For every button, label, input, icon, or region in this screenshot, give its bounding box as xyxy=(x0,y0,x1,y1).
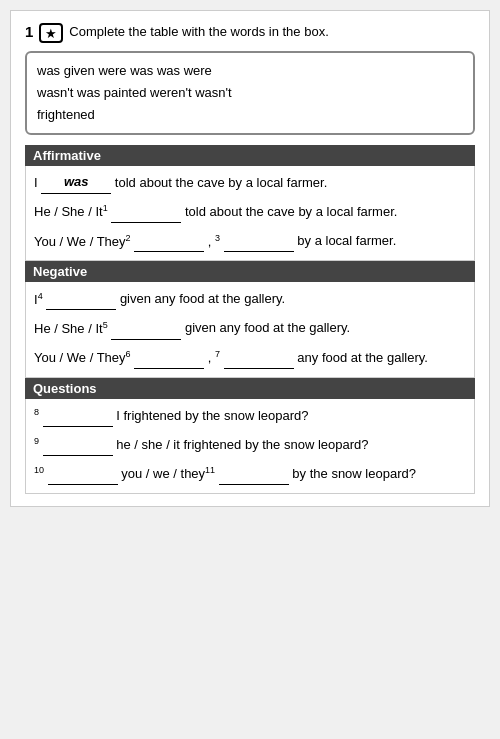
text: You / We / They6 xyxy=(34,350,131,365)
text: given any food at the gallery. xyxy=(120,292,285,307)
blank-11 xyxy=(219,463,289,485)
blank-9 xyxy=(43,434,113,456)
questions-section: Questions 8 I frightened by the snow leo… xyxy=(25,378,475,494)
text: told about the cave by a local farmer. xyxy=(115,175,327,190)
aff-row-2: He / She / It1 told about the cave by a … xyxy=(34,201,466,223)
text: by the snow leopard? xyxy=(292,466,416,481)
text: He / She / It5 xyxy=(34,321,108,336)
blank-5 xyxy=(111,318,181,340)
sup-8: 8 xyxy=(34,407,39,417)
affirmative-body: I was told about the cave by a local far… xyxy=(25,166,475,261)
blank-3 xyxy=(224,231,294,253)
negative-header: Negative xyxy=(25,261,475,282)
negative-body: I4 given any food at the gallery. He / S… xyxy=(25,282,475,377)
text: you / we / they11 xyxy=(121,466,215,481)
q-row-2: 9 he / she / it frightened by the snow l… xyxy=(34,434,466,456)
word-box: was given were was was were wasn't was p… xyxy=(25,51,475,135)
blank-was: was xyxy=(41,172,111,194)
aff-row-3: You / We / They2 , 3 by a local farmer. xyxy=(34,230,466,252)
text: I xyxy=(34,175,41,190)
text: he / she / it frightened by the snow leo… xyxy=(116,437,368,452)
blank-6 xyxy=(134,347,204,369)
text: I frightened by the snow leopard? xyxy=(116,408,308,423)
text: given any food at the gallery. xyxy=(185,321,350,336)
blank-7 xyxy=(224,347,294,369)
text: You / We / They2 xyxy=(34,234,131,249)
text: told about the cave by a local farmer. xyxy=(185,204,397,219)
aff-row-1: I was told about the cave by a local far… xyxy=(34,172,466,194)
text: , 3 xyxy=(208,234,220,249)
word-box-content: was given were was was were wasn't was p… xyxy=(37,63,232,122)
text: I4 xyxy=(34,292,43,307)
question-instruction: Complete the table with the words in the… xyxy=(69,23,328,41)
q-row-1: 8 I frightened by the snow leopard? xyxy=(34,405,466,427)
text: He / She / It1 xyxy=(34,204,108,219)
text: by a local farmer. xyxy=(297,234,396,249)
text: , 7 xyxy=(208,350,220,365)
question-header: 1 ★ Complete the table with the words in… xyxy=(25,23,475,43)
blank-1 xyxy=(111,201,181,223)
questions-body: 8 I frightened by the snow leopard? 9 he… xyxy=(25,399,475,494)
blank-4 xyxy=(46,289,116,311)
questions-header: Questions xyxy=(25,378,475,399)
affirmative-section: Affirmative I was told about the cave by… xyxy=(25,145,475,261)
neg-row-3: You / We / They6 , 7 any food at the gal… xyxy=(34,347,466,369)
q-row-3: 10 you / we / they11 by the snow leopard… xyxy=(34,463,466,485)
neg-row-2: He / She / It5 given any food at the gal… xyxy=(34,317,466,339)
sup-10: 10 xyxy=(34,465,44,475)
negative-section: Negative I4 given any food at the galler… xyxy=(25,261,475,377)
text: any food at the gallery. xyxy=(297,350,428,365)
sup-9: 9 xyxy=(34,436,39,446)
affirmative-header: Affirmative xyxy=(25,145,475,166)
blank-10 xyxy=(48,463,118,485)
question-number: 1 xyxy=(25,23,33,40)
blank-2 xyxy=(134,231,204,253)
blank-8 xyxy=(43,405,113,427)
main-page: 1 ★ Complete the table with the words in… xyxy=(10,10,490,507)
star-badge: ★ xyxy=(39,23,63,43)
neg-row-1: I4 given any food at the gallery. xyxy=(34,288,466,310)
